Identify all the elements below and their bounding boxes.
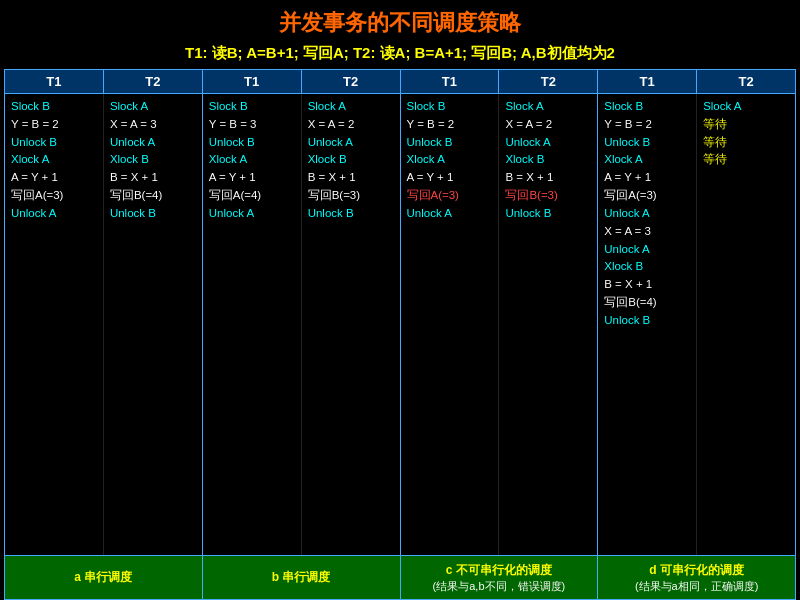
page-title: 并发事务的不同调度策略 (0, 0, 800, 42)
footer-label-d: d 可串行化的调度 (649, 562, 744, 579)
cell-a-t2-11: B = X + 1 (110, 169, 196, 187)
cell-c-t1-12: Unlock A (407, 205, 493, 223)
cell-a-t1-3: Xlock A (11, 151, 97, 169)
body-section-d: Slock BY = B = 2Unlock BXlock AA = Y + 1… (598, 94, 795, 555)
main-table: T1T2T1T2T1T2T1T2 Slock BY = B = 2Unlock … (4, 69, 796, 600)
footer-label-b: b 串行调度 (272, 569, 331, 586)
cell-d-t1-9: Unlock A (604, 241, 690, 259)
cell-c-t1-6: Xlock A (407, 151, 493, 169)
body-section-b: Slock BY = B = 3Unlock BXlock AA = Y + 1… (203, 94, 401, 555)
cell-c-t1-4: Unlock B (407, 134, 493, 152)
header-d-T1: T1 (598, 70, 697, 93)
col-c-t1: Slock BY = B = 2Unlock BXlock AA = Y + 1… (401, 94, 500, 555)
cell-c-t1-7: A = Y + 1 (407, 169, 493, 187)
cell-a-t1-5: 写回A(=3) (11, 187, 97, 205)
cell-c-t2-13: Unlock B (505, 205, 591, 223)
header-section-c: T1T2 (401, 70, 599, 93)
footer-sub-d: (结果与a相同，正确调度) (635, 579, 758, 594)
cell-c-t2-5: Unlock A (505, 134, 591, 152)
footer-row: a 串行调度b 串行调度c 不可串行化的调度(结果与a,b不同，错误调度)d 可… (5, 555, 795, 599)
cell-a-t1-6: Unlock A (11, 205, 97, 223)
header-c-T2: T2 (499, 70, 597, 93)
cell-a-t2-9: Unlock A (110, 134, 196, 152)
cell-d-t1-11: B = X + 1 (604, 276, 690, 294)
cell-b-t1-8: Y = B = 3 (209, 116, 295, 134)
footer-a: a 串行调度 (5, 556, 203, 599)
cell-d-t2-10: 等待 (703, 151, 789, 169)
cell-c-t2-11: 写回B(=3) (505, 187, 591, 205)
cell-b-t2-5: 写回B(=3) (308, 187, 394, 205)
cell-a-t2-8: X = A = 3 (110, 116, 196, 134)
footer-d: d 可串行化的调度(结果与a相同，正确调度) (598, 556, 795, 599)
header-b-T2: T2 (302, 70, 400, 93)
cell-d-t1-2: Unlock B (604, 134, 690, 152)
cell-d-t1-1: Y = B = 2 (604, 116, 690, 134)
cell-c-t1-1: Y = B = 2 (407, 116, 493, 134)
header-b-T1: T1 (203, 70, 302, 93)
col-b-t2: Slock AX = A = 2Unlock AXlock BB = X + 1… (302, 94, 400, 555)
footer-b: b 串行调度 (203, 556, 401, 599)
cell-c-t2-3: X = A = 2 (505, 116, 591, 134)
col-body-b: Slock BY = B = 3Unlock BXlock AA = Y + 1… (203, 94, 400, 555)
cell-b-t1-13: Unlock A (209, 205, 295, 223)
footer-c: c 不可串行化的调度(结果与a,b不同，错误调度) (401, 556, 599, 599)
footer-label-c: c 不可串行化的调度 (446, 562, 552, 579)
cell-c-t1-8: 写回A(=3) (407, 187, 493, 205)
cell-d-t1-13: Unlock B (604, 312, 690, 330)
header-a-T2: T2 (104, 70, 202, 93)
col-a-t2: Slock AX = A = 3Unlock AXlock BB = X + 1… (104, 94, 202, 555)
cell-d-t2-8: 等待 (703, 116, 789, 134)
cell-a-t1-0: Slock B (11, 98, 97, 116)
cell-d-t1-6: Unlock A (604, 205, 690, 223)
col-a-t1: Slock BY = B = 2Unlock BXlock AA = Y + 1… (5, 94, 104, 555)
header-row: T1T2T1T2T1T2T1T2 (5, 70, 795, 94)
col-c-t2: Slock AX = A = 2Unlock AXlock BB = X + 1… (499, 94, 597, 555)
cell-a-t1-4: A = Y + 1 (11, 169, 97, 187)
footer-label-a: a 串行调度 (74, 569, 132, 586)
cell-c-t1-0: Slock B (407, 98, 493, 116)
header-d-T2: T2 (697, 70, 795, 93)
col-body-c: Slock BY = B = 2Unlock BXlock AA = Y + 1… (401, 94, 598, 555)
cell-a-t1-2: Unlock B (11, 134, 97, 152)
cell-c-t2-2: Slock A (505, 98, 591, 116)
cell-b-t1-12: 写回A(=4) (209, 187, 295, 205)
cell-d-t1-0: Slock B (604, 98, 690, 116)
cell-b-t1-9: Unlock B (209, 134, 295, 152)
cell-a-t2-7: Slock A (110, 98, 196, 116)
header-c-T1: T1 (401, 70, 500, 93)
cell-d-t1-8: X = A = 3 (604, 223, 690, 241)
col-b-t1: Slock BY = B = 3Unlock BXlock AA = Y + 1… (203, 94, 302, 555)
col-body-d: Slock BY = B = 2Unlock BXlock AA = Y + 1… (598, 94, 795, 555)
cell-b-t1-10: Xlock A (209, 151, 295, 169)
header-section-d: T1T2 (598, 70, 795, 93)
cell-b-t2-0: Slock A (308, 98, 394, 116)
cell-a-t2-12: 写回B(=4) (110, 187, 196, 205)
cell-b-t2-1: X = A = 2 (308, 116, 394, 134)
footer-sub-c: (结果与a,b不同，错误调度) (433, 579, 566, 594)
cell-d-t1-10: Xlock B (604, 258, 690, 276)
cell-a-t1-1: Y = B = 2 (11, 116, 97, 134)
cell-b-t1-7: Slock B (209, 98, 295, 116)
cell-b-t2-2: Unlock A (308, 134, 394, 152)
cell-b-t2-3: Xlock B (308, 151, 394, 169)
cell-b-t2-4: B = X + 1 (308, 169, 394, 187)
cell-c-t2-10: B = X + 1 (505, 169, 591, 187)
cell-d-t1-3: Xlock A (604, 151, 690, 169)
body-section-a: Slock BY = B = 2Unlock BXlock AA = Y + 1… (5, 94, 203, 555)
col-body-a: Slock BY = B = 2Unlock BXlock AA = Y + 1… (5, 94, 202, 555)
cell-a-t2-13: Unlock B (110, 205, 196, 223)
cell-b-t2-6: Unlock B (308, 205, 394, 223)
header-section-a: T1T2 (5, 70, 203, 93)
col-d-t1: Slock BY = B = 2Unlock BXlock AA = Y + 1… (598, 94, 697, 555)
body-section-c: Slock BY = B = 2Unlock BXlock AA = Y + 1… (401, 94, 599, 555)
body-row: Slock BY = B = 2Unlock BXlock AA = Y + 1… (5, 94, 795, 555)
cell-c-t2-9: Xlock B (505, 151, 591, 169)
cell-d-t1-4: A = Y + 1 (604, 169, 690, 187)
col-d-t2: Slock A等待等待等待 (697, 94, 795, 555)
header-section-b: T1T2 (203, 70, 401, 93)
cell-d-t1-5: 写回A(=3) (604, 187, 690, 205)
cell-b-t1-11: A = Y + 1 (209, 169, 295, 187)
cell-d-t1-12: 写回B(=4) (604, 294, 690, 312)
cell-a-t2-10: Xlock B (110, 151, 196, 169)
cell-d-t2-7: Slock A (703, 98, 789, 116)
